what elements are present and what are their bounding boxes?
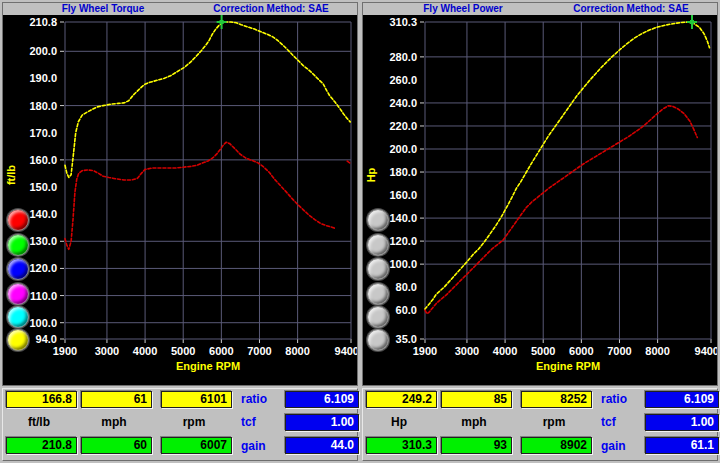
x-axis-title: Engine RPM: [176, 360, 240, 372]
tcf-value: 1.00: [645, 414, 719, 431]
rpm-peak-value: 8902: [521, 437, 592, 454]
rpm-cursor-value: 6101: [161, 391, 232, 408]
rpm-cursor-value: 8252: [521, 391, 592, 408]
rpm-unit-label: rpm: [524, 415, 584, 429]
y-tick-label: 140.0: [389, 212, 417, 224]
rpm-unit-label: rpm: [164, 415, 224, 429]
y-tick-label: 180.0: [389, 166, 417, 178]
y-axis-title: Hp: [365, 167, 377, 182]
y-tick-label: 160.0: [389, 189, 417, 201]
x-tick-label: 1900: [53, 345, 77, 357]
x-tick-label: 5000: [531, 345, 555, 357]
y-tick-label: 35.0: [396, 333, 417, 345]
torque-correction-method-label: Correction Method: SAE: [195, 3, 347, 14]
gain-value: 61.1: [645, 437, 719, 454]
speed-cursor-value: 61: [81, 391, 152, 408]
torque-readout-panel: 166.8 61 6101 ft/lb mph rpm 210.8 60 600…: [2, 388, 358, 461]
run-select-button-6[interactable]: [367, 329, 389, 351]
x-tick-label: 3000: [95, 345, 119, 357]
y-tick-label: 150.0: [29, 181, 57, 193]
speed-peak-value: 60: [81, 437, 152, 454]
tcf-value: 1.00: [285, 414, 359, 431]
run-select-button-2[interactable]: [7, 234, 29, 256]
torque-run-yellow-curve: [65, 22, 350, 178]
y-tick-label: 200.0: [29, 45, 57, 57]
y-tick-label: 190.0: [29, 72, 57, 84]
y-tick-label: 280.0: [389, 51, 417, 63]
x-tick-label: 9400: [695, 345, 717, 357]
run-select-button-1[interactable]: [367, 209, 389, 231]
y-tick-label: 210.8: [29, 16, 57, 28]
y-axis-title: ft/lb: [5, 165, 17, 185]
run-select-button-2[interactable]: [367, 234, 389, 256]
y-tick-label: 160.0: [29, 154, 57, 166]
torque-chart-svg: 210.8200.0190.0180.0170.0160.0150.0140.0…: [3, 15, 357, 385]
run-select-button-5[interactable]: [7, 306, 29, 328]
torque-chart-title: Fly Wheel Torque: [33, 3, 173, 14]
speed-unit-label: mph: [84, 415, 144, 429]
power-readout-panel: 249.2 85 8252 Hp mph rpm 310.3 93 8902 r…: [362, 388, 718, 461]
ratio-label: ratio: [241, 392, 283, 406]
power-chart-title: Fly Wheel Power: [393, 3, 533, 14]
run-select-button-1[interactable]: [7, 209, 29, 231]
run-select-button-5[interactable]: [367, 306, 389, 328]
torque-unit-label: ft/lb: [9, 415, 69, 429]
peak-marker-icon: [687, 15, 697, 29]
power-cursor-value: 249.2: [366, 391, 437, 408]
torque-peak-value: 210.8: [6, 437, 77, 454]
torque-plot-area[interactable]: 210.8200.0190.0180.0170.0160.0150.0140.0…: [3, 15, 357, 385]
speed-unit-label: mph: [444, 415, 504, 429]
torque-cursor-value: 166.8: [6, 391, 77, 408]
run-select-button-4[interactable]: [7, 283, 29, 305]
run-select-button-3[interactable]: [367, 258, 389, 280]
power-correction-method-label: Correction Method: SAE: [555, 3, 707, 14]
x-tick-label: 6000: [569, 345, 593, 357]
power-plot-area[interactable]: 310.3280.0260.0240.0220.0200.0180.0160.0…: [363, 15, 717, 385]
y-tick-label: 100.0: [29, 317, 57, 329]
torque-chart-header: Fly Wheel Torque Correction Method: SAE: [3, 3, 357, 15]
y-tick-label: 240.0: [389, 97, 417, 109]
power-chart-svg: 310.3280.0260.0240.0220.0200.0180.0160.0…: [363, 15, 717, 385]
y-tick-label: 130.0: [29, 235, 57, 247]
gain-label: gain: [241, 439, 283, 453]
x-tick-label: 6000: [209, 345, 233, 357]
x-axis-title: Engine RPM: [536, 360, 600, 372]
gain-value: 44.0: [285, 437, 359, 454]
run-select-button-6[interactable]: [7, 329, 29, 351]
x-tick-label: 5000: [171, 345, 195, 357]
torque-run-red-tail-curve: [347, 161, 351, 164]
power-unit-label: Hp: [369, 415, 429, 429]
run-select-button-3[interactable]: [7, 258, 29, 280]
y-tick-label: 140.0: [29, 208, 57, 220]
power-run-red-curve: [425, 106, 697, 314]
y-tick-label: 310.3: [389, 16, 417, 28]
power-chart-panel: Fly Wheel Power Correction Method: SAE 3…: [362, 2, 718, 386]
tcf-label: tcf: [601, 415, 643, 429]
y-tick-label: 120.0: [29, 262, 57, 274]
x-tick-label: 7000: [607, 345, 631, 357]
y-tick-label: 60.0: [396, 304, 417, 316]
x-tick-label: 4000: [133, 345, 157, 357]
y-tick-label: 100.0: [389, 258, 417, 270]
y-tick-label: 120.0: [389, 235, 417, 247]
x-tick-label: 4000: [493, 345, 517, 357]
power-peak-value: 310.3: [366, 437, 437, 454]
run-select-button-4[interactable]: [367, 283, 389, 305]
speed-peak-value: 93: [441, 437, 512, 454]
y-tick-label: 170.0: [29, 127, 57, 139]
ratio-label: ratio: [601, 392, 643, 406]
speed-cursor-value: 85: [441, 391, 512, 408]
power-run-yellow-curve: [425, 22, 710, 309]
y-tick-label: 94.0: [36, 333, 57, 345]
rpm-peak-value: 6007: [161, 437, 232, 454]
ratio-value: 6.109: [285, 391, 359, 408]
tcf-label: tcf: [241, 415, 283, 429]
y-tick-label: 260.0: [389, 74, 417, 86]
x-tick-label: 3000: [455, 345, 479, 357]
x-tick-label: 8000: [285, 345, 309, 357]
gain-label: gain: [601, 439, 643, 453]
ratio-value: 6.109: [645, 391, 719, 408]
x-tick-label: 8000: [645, 345, 669, 357]
x-tick-label: 9400: [335, 345, 357, 357]
y-tick-label: 180.0: [29, 100, 57, 112]
